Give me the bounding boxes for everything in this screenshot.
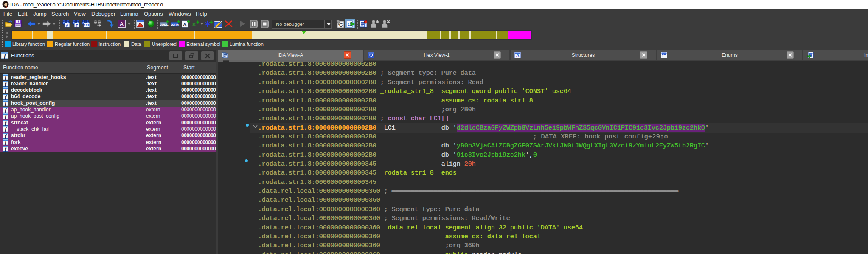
svg-text:#: # — [66, 23, 68, 28]
svg-text:CODE: CODE — [160, 23, 169, 27]
svg-text:A: A — [120, 21, 124, 27]
svg-text:A: A — [183, 22, 187, 27]
svg-text:C: C — [339, 22, 343, 28]
svg-text:A: A — [516, 53, 519, 58]
svg-text:64: 64 — [6, 5, 9, 8]
svg-text:DATA: DATA — [171, 23, 179, 27]
svg-text:T: T — [76, 23, 78, 28]
svg-text:!: ! — [140, 23, 141, 27]
svg-text:101: 101 — [84, 23, 90, 27]
